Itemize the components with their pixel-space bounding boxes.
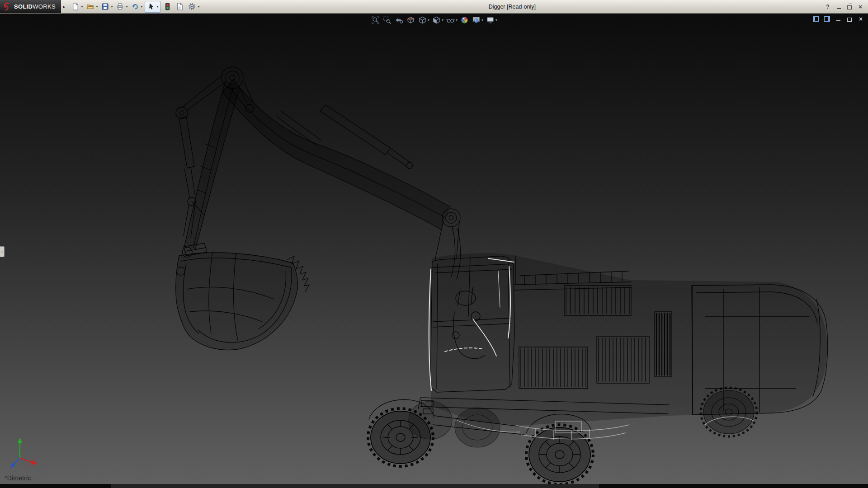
zoom-to-fit-icon	[371, 16, 380, 24]
document-minimize-button[interactable]	[835, 15, 842, 23]
print-button[interactable]	[114, 1, 126, 12]
chevron-down-icon[interactable]: ▾	[495, 18, 497, 22]
document-restore-button[interactable]	[846, 15, 853, 23]
apply-scene-icon	[472, 16, 481, 24]
graphics-area[interactable]	[0, 13, 868, 484]
view-orientation-button[interactable]	[417, 15, 428, 25]
edit-appearance-button[interactable]	[459, 15, 470, 25]
chevron-down-icon[interactable]: ▾	[111, 5, 113, 9]
save-floppy-icon	[101, 3, 109, 10]
undo-arrow-icon	[131, 3, 139, 10]
pane-toggle-right-icon	[824, 16, 830, 22]
edit-appearance-ball-icon	[460, 16, 469, 24]
minimize-button[interactable]	[834, 2, 844, 11]
active-tool-frame: ▾	[145, 1, 160, 13]
zoom-to-area-icon	[383, 16, 392, 24]
chevron-down-icon[interactable]: ▾	[96, 5, 98, 9]
rebuild-button[interactable]	[162, 1, 173, 12]
brand-text: SOLIDWORKS	[14, 3, 56, 10]
rebuild-traffic-light-icon	[164, 3, 171, 10]
document-window-controls: ×	[812, 15, 864, 23]
view-orientation-label: *Dimetric	[5, 474, 31, 482]
apply-scene-button[interactable]	[471, 15, 482, 25]
panel-collapse-tab[interactable]: ‹	[0, 246, 5, 257]
chevron-down-icon[interactable]: ▾	[428, 18, 429, 22]
window-title: Digger [Read-only]	[489, 4, 536, 10]
select-cursor-icon	[147, 3, 155, 10]
pane-toggle-left-button[interactable]	[812, 15, 819, 23]
hide-show-glasses-icon	[446, 16, 455, 24]
main-toolbar: ▾ ▾ ▾	[67, 0, 201, 13]
new-document-icon	[71, 3, 79, 10]
section-view-button[interactable]	[405, 15, 416, 25]
options-gear-icon	[188, 3, 196, 10]
document-close-button[interactable]: ×	[857, 15, 864, 23]
title-bar: SOLIDWORKS ▸ ▾ ▾	[0, 0, 868, 14]
chevron-down-icon[interactable]: ▾	[156, 5, 158, 9]
new-document-button[interactable]	[70, 1, 81, 12]
select-button[interactable]	[146, 1, 157, 12]
minimize-icon	[837, 8, 841, 9]
previous-view-button[interactable]	[393, 15, 405, 25]
zoom-to-fit-button[interactable]	[370, 15, 381, 25]
zoom-to-area-button[interactable]	[382, 15, 393, 25]
previous-view-icon	[395, 16, 403, 24]
bottom-bar-segment	[111, 484, 599, 488]
restore-icon	[847, 5, 852, 9]
restore-button[interactable]	[844, 2, 854, 11]
hide-show-items-button[interactable]	[445, 15, 456, 25]
chevron-down-icon[interactable]: ▾	[456, 18, 458, 22]
open-folder-icon	[86, 3, 94, 10]
orientation-triad	[5, 434, 46, 473]
pane-toggle-right-button[interactable]	[823, 15, 830, 23]
display-style-icon	[432, 16, 441, 24]
view-orientation-cube-icon	[418, 16, 427, 24]
view-settings-icon	[486, 16, 495, 24]
chevron-down-icon[interactable]: ▾	[126, 5, 127, 9]
document-restore-icon	[847, 18, 852, 22]
solidworks-logo: SOLIDWORKS	[0, 0, 61, 13]
file-properties-button[interactable]	[174, 1, 185, 12]
bottom-bar	[0, 484, 868, 488]
chevron-down-icon[interactable]: ▾	[481, 18, 483, 22]
chevron-down-icon[interactable]: ▾	[442, 18, 443, 22]
chevron-down-icon[interactable]: ▾	[81, 5, 83, 9]
document-minimize-icon	[836, 20, 840, 21]
pane-toggle-left-icon	[813, 16, 819, 22]
view-settings-button[interactable]	[485, 15, 496, 25]
display-style-button[interactable]	[431, 15, 442, 25]
open-button[interactable]	[85, 1, 96, 12]
chevron-down-icon[interactable]: ▾	[141, 5, 142, 9]
undo-button[interactable]	[129, 1, 141, 12]
file-properties-icon	[176, 3, 184, 10]
chevron-down-icon[interactable]: ▾	[198, 5, 199, 9]
dassault-systemes-logo-icon	[3, 2, 12, 11]
help-button[interactable]: ?	[823, 2, 833, 11]
close-icon: ×	[859, 3, 862, 10]
document-close-icon: ×	[859, 15, 863, 23]
heads-up-toolbar: ▾ ▾ ▾	[370, 15, 498, 25]
triad-z-axis	[13, 458, 20, 465]
solidworks-window: SOLIDWORKS ▸ ▾ ▾	[0, 0, 868, 488]
options-button[interactable]	[186, 1, 198, 12]
menu-expand-icon[interactable]: ▸	[61, 5, 68, 9]
print-icon	[116, 3, 124, 10]
save-button[interactable]	[99, 1, 111, 12]
window-controls: ? ×	[823, 2, 868, 11]
close-button[interactable]: ×	[855, 2, 865, 11]
section-view-icon	[406, 16, 415, 24]
